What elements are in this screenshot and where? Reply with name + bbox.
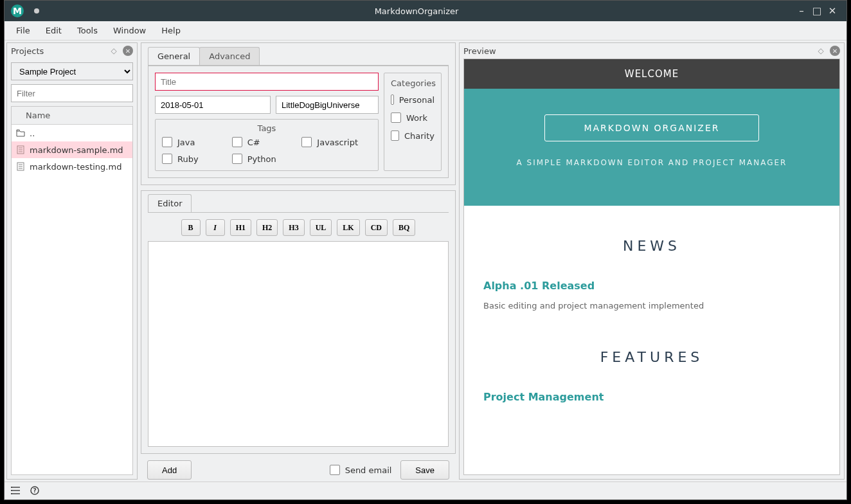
tags-fieldset: Tags Java C# Javascript Ruby Python	[155, 119, 379, 171]
author-input[interactable]	[276, 96, 379, 114]
app-icon: M	[11, 4, 24, 17]
send-email-label: Send email	[345, 465, 392, 475]
h2-button[interactable]: H2	[256, 219, 278, 236]
menubar: File Edit Tools Window Help	[4, 21, 847, 40]
h3-button[interactable]: H3	[283, 219, 304, 236]
tab-general[interactable]: General	[148, 47, 200, 65]
preview-features-section: FEATURES Project Management	[464, 317, 839, 419]
tag-label: Python	[247, 154, 276, 164]
filter-input[interactable]	[11, 84, 133, 102]
undock-icon[interactable]: ◇	[109, 46, 119, 56]
tag-csharp-checkbox[interactable]: C#	[232, 137, 302, 147]
code-button[interactable]: CD	[365, 219, 388, 236]
minimize-button[interactable]: –	[794, 5, 809, 17]
ul-button[interactable]: UL	[310, 219, 332, 236]
document-icon	[15, 161, 26, 172]
file-table-header: Name	[12, 107, 132, 125]
close-panel-button[interactable]: ✕	[830, 46, 840, 56]
undock-icon[interactable]: ◇	[816, 46, 826, 56]
svg-point-12	[11, 490, 12, 491]
status-bar: ?	[4, 482, 847, 500]
h1-button[interactable]: H1	[230, 219, 251, 236]
tag-ruby-checkbox[interactable]: Ruby	[162, 154, 232, 164]
tags-legend: Tags	[162, 123, 372, 133]
tag-python-checkbox[interactable]: Python	[232, 154, 302, 164]
menu-help[interactable]: Help	[155, 23, 187, 38]
projects-panel: Projects ◇ ✕ Sample Project Name	[6, 42, 138, 480]
category-personal-checkbox[interactable]: Personal	[391, 94, 434, 105]
preview-panel-title: Preview	[463, 46, 496, 56]
tag-label: Ruby	[177, 154, 199, 164]
menu-tools[interactable]: Tools	[71, 23, 104, 38]
italic-button[interactable]: I	[206, 219, 225, 236]
tag-java-checkbox[interactable]: Java	[162, 137, 232, 147]
document-icon	[15, 145, 26, 155]
features-item-title: Project Management	[483, 391, 820, 403]
menu-file[interactable]: File	[10, 23, 37, 38]
category-label: Charity	[404, 131, 434, 141]
app-window: M MarkdownOrganizer – □ ✕ File Edit Tool…	[4, 0, 847, 500]
bottom-bar: Add Send email Save	[141, 454, 456, 480]
close-window-button[interactable]: ✕	[825, 5, 840, 17]
center-panel: General Advanced	[141, 42, 456, 480]
folder-up-icon	[15, 128, 26, 138]
close-panel-button[interactable]: ✕	[123, 46, 133, 56]
hero-title: MARKDOWN ORGANIZER	[544, 114, 758, 141]
bold-button[interactable]: B	[181, 219, 201, 236]
main-area: Projects ◇ ✕ Sample Project Name	[4, 40, 847, 482]
tag-label: Java	[177, 138, 195, 147]
categories-legend: Categories	[391, 78, 434, 88]
table-row[interactable]: markdown-sample.md	[12, 141, 132, 158]
svg-point-13	[11, 493, 12, 494]
titlebar: M MarkdownOrganizer – □ ✕	[4, 1, 847, 21]
projects-panel-title: Projects	[11, 46, 44, 56]
news-item-body: Basic editing and project management imp…	[483, 301, 820, 310]
features-heading: FEATURES	[483, 349, 820, 365]
preview-hero: MARKDOWN ORGANIZER A SIMPLE MARKDOWN EDI…	[464, 89, 839, 206]
preview-panel: Preview ◇ ✕ WELCOME MARKDOWN ORGANIZER A…	[459, 42, 845, 480]
hero-subtitle: A SIMPLE MARKDOWN EDITOR AND PROJECT MAN…	[464, 158, 839, 167]
news-heading: NEWS	[483, 238, 820, 254]
categories-fieldset: Categories Personal Work Charity	[384, 73, 442, 171]
tab-advanced[interactable]: Advanced	[199, 47, 260, 65]
news-item-title: Alpha .01 Released	[483, 280, 820, 292]
link-button[interactable]: LK	[337, 219, 359, 236]
file-name: ..	[30, 129, 35, 138]
maximize-button[interactable]: □	[809, 5, 825, 17]
category-work-checkbox[interactable]: Work	[391, 113, 434, 123]
editor-textarea[interactable]	[148, 241, 449, 447]
save-button[interactable]: Save	[400, 460, 449, 480]
svg-text:?: ?	[33, 487, 36, 494]
list-icon[interactable]	[11, 486, 21, 496]
projects-panel-header: Projects ◇ ✕	[7, 43, 137, 59]
add-button[interactable]: Add	[147, 460, 192, 480]
preview-panel-header: Preview ◇ ✕	[460, 43, 844, 59]
help-icon[interactable]: ?	[30, 486, 40, 496]
modified-dot-icon	[34, 8, 39, 14]
preview-body: WELCOME MARKDOWN ORGANIZER A SIMPLE MARK…	[463, 59, 840, 475]
category-charity-checkbox[interactable]: Charity	[391, 130, 434, 141]
svg-point-11	[11, 487, 12, 488]
date-input[interactable]	[155, 96, 271, 114]
category-label: Personal	[399, 95, 434, 105]
menu-window[interactable]: Window	[107, 23, 152, 38]
table-row[interactable]: markdown-testing.md	[12, 158, 132, 175]
project-select[interactable]: Sample Project	[11, 62, 133, 80]
table-row[interactable]: ..	[12, 125, 132, 141]
tag-javascript-checkbox[interactable]: Javascript	[301, 137, 372, 147]
window-title: MarkdownOrganizer	[39, 6, 794, 16]
file-table: Name .. markdown-sample.md	[11, 106, 133, 475]
menu-edit[interactable]: Edit	[39, 23, 68, 38]
editor-toolbar: B I H1 H2 H3 UL LK CD BQ	[148, 213, 449, 241]
tab-editor[interactable]: Editor	[148, 194, 192, 212]
form-tabs: General Advanced	[148, 47, 449, 66]
title-input[interactable]	[155, 73, 379, 91]
preview-news-section: NEWS Alpha .01 Released Basic editing an…	[464, 206, 839, 317]
editor-section: Editor B I H1 H2 H3 UL LK CD BQ	[141, 190, 456, 454]
category-label: Work	[406, 113, 427, 123]
preview-scroll[interactable]: WELCOME MARKDOWN ORGANIZER A SIMPLE MARK…	[464, 59, 839, 474]
send-email-checkbox[interactable]: Send email	[330, 465, 392, 475]
tag-label: Javascript	[317, 138, 358, 147]
blockquote-button[interactable]: BQ	[393, 219, 415, 236]
tag-label: C#	[247, 138, 260, 147]
